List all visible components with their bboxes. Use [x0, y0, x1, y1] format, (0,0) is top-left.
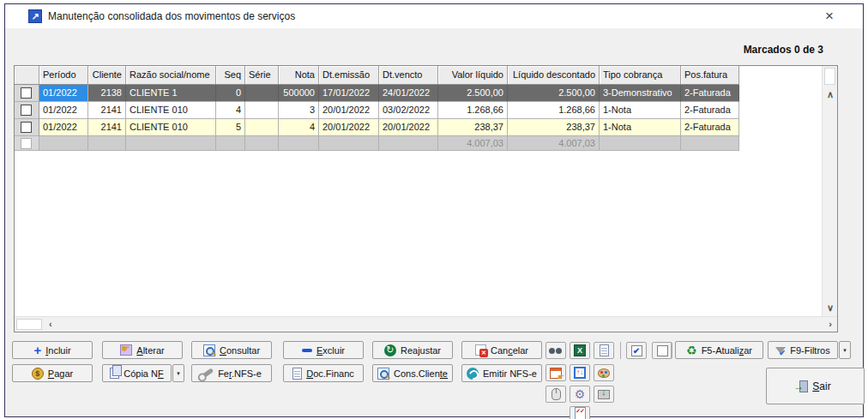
alterar-button[interactable]: ☛ Alterar: [102, 341, 183, 359]
scroll-up-icon[interactable]: ∧: [827, 90, 834, 99]
cell-serie[interactable]: [245, 85, 279, 102]
cell-pos-fatura[interactable]: 2-Faturada: [681, 119, 739, 136]
cell-seq[interactable]: 4: [216, 102, 245, 119]
cell-liquido-descontado[interactable]: 1.268,66: [508, 102, 600, 119]
horizontal-scrollbar-thumb[interactable]: [16, 319, 42, 330]
calendar-button[interactable]: ☛: [546, 364, 566, 381]
f9-filtros-button[interactable]: ✔ F9-Filtros: [768, 341, 838, 359]
row-select-cell[interactable]: [15, 85, 39, 102]
scroll-right-icon[interactable]: ›: [829, 320, 832, 329]
emitir-nfse-button[interactable]: Emitir NFS-e: [461, 364, 542, 382]
excel-icon: X: [574, 344, 586, 356]
cell-dt-vencto[interactable]: 24/01/2022: [379, 85, 438, 102]
cell-seq[interactable]: 5: [216, 119, 245, 136]
row-checkbox[interactable]: [21, 87, 32, 99]
cancelar-button[interactable]: ✕ Cancelar: [461, 341, 542, 359]
cell-cliente[interactable]: 2141: [88, 102, 126, 119]
cell-periodo[interactable]: 01/2022: [39, 119, 88, 136]
cell-valor-liquido[interactable]: 238,37: [438, 119, 508, 136]
total-liquido-descontado: 4.007,03: [508, 136, 600, 151]
sair-button[interactable]: → Sair: [766, 368, 865, 404]
cell-dt-emissao[interactable]: 20/01/2022: [319, 119, 379, 136]
pagar-button[interactable]: $ Pagar: [12, 364, 93, 382]
sort-button[interactable]: ↑↓: [570, 364, 590, 381]
horizontal-scrollbar[interactable]: ‹ ›: [15, 316, 837, 332]
cell-serie[interactable]: [245, 119, 279, 136]
cell-razao[interactable]: CLIENTE 010: [126, 102, 216, 119]
scroll-down-icon[interactable]: ∨: [827, 303, 834, 313]
marcados-counter: Marcados 0 de 3: [744, 44, 823, 56]
settings-button[interactable]: ⚙: [570, 386, 590, 403]
cell-dt-emissao[interactable]: 20/01/2022: [319, 102, 379, 119]
palette-button[interactable]: [594, 364, 614, 381]
checklist-button[interactable]: ✓✓: [570, 406, 590, 419]
header-cell-serie[interactable]: Série: [245, 66, 279, 85]
cell-nota[interactable]: 4: [279, 119, 319, 136]
cell-nota[interactable]: 500000: [279, 85, 319, 102]
table-row[interactable]: 01/2022 2141 CLIENTE 010 5 4 20/01/2022 …: [15, 119, 822, 136]
header-cell-dt-vencto[interactable]: Dt.vencto: [379, 66, 438, 85]
consultar-button[interactable]: Consultar: [191, 341, 272, 359]
copia-nf-button[interactable]: Cópia NF: [102, 364, 172, 382]
report-button[interactable]: [594, 342, 614, 359]
cell-tipo-cobranca[interactable]: 3-Demonstrativo: [600, 85, 681, 102]
header-cell-pos-fatura[interactable]: Pos.fatura: [681, 66, 739, 85]
cell-cliente[interactable]: 2141: [88, 119, 126, 136]
header-cell-seq[interactable]: Seq: [216, 66, 245, 85]
vertical-scrollbar[interactable]: ∧ ∨: [822, 66, 837, 316]
row-checkbox[interactable]: [21, 105, 32, 116]
header-cell-nota[interactable]: Nota: [279, 66, 319, 85]
binoculars-button[interactable]: [546, 342, 566, 359]
cell-razao[interactable]: CLIENTE 1: [126, 85, 216, 102]
uncheck-all-button[interactable]: [652, 342, 672, 359]
cell-liquido-descontado[interactable]: 2.500,00: [508, 85, 600, 102]
header-cell-cliente[interactable]: Cliente: [88, 66, 126, 85]
cell-serie[interactable]: [245, 102, 279, 119]
excluir-button[interactable]: Excluir: [283, 341, 364, 359]
cell-pos-fatura[interactable]: 2-Faturada: [681, 85, 739, 102]
cell-tipo-cobranca[interactable]: 1-Nota: [600, 102, 681, 119]
header-cell-valor-liquido[interactable]: Valor líquido: [438, 66, 508, 85]
mouse-button[interactable]: [546, 386, 566, 403]
cell-dt-emissao[interactable]: 17/01/2022: [319, 85, 379, 102]
row-select-cell[interactable]: [15, 119, 39, 136]
cell-dt-vencto[interactable]: 20/01/2022: [379, 119, 438, 136]
header-cell-liquido-descontado[interactable]: Líquido descontado: [508, 66, 600, 85]
cell-tipo-cobranca[interactable]: 1-Nota: [600, 119, 681, 136]
cell-nota[interactable]: 3: [279, 102, 319, 119]
cell-periodo[interactable]: 01/2022: [39, 102, 88, 119]
row-select-cell[interactable]: [15, 102, 39, 119]
scroll-left-icon[interactable]: ‹: [49, 320, 52, 329]
vertical-scrollbar-thumb[interactable]: [824, 68, 835, 85]
header-cell-dt-emissao[interactable]: Dt.emissão: [319, 66, 379, 85]
f5-atualizar-button[interactable]: ♻ F5-Atualizar: [675, 341, 763, 359]
cons-cliente-button[interactable]: Cons.Cliente: [372, 364, 453, 382]
cell-valor-liquido[interactable]: 2.500,00: [438, 85, 508, 102]
header-cell-razao[interactable]: Razão social/nome: [126, 66, 216, 85]
cell-dt-vencto[interactable]: 03/02/2022: [379, 102, 438, 119]
f9-filtros-dropdown-button[interactable]: ▼: [839, 341, 851, 359]
cell-periodo[interactable]: 01/2022: [39, 85, 88, 102]
fer-nfse-button[interactable]: Fer.NFS-e: [191, 364, 272, 382]
header-cell-periodo[interactable]: Período: [39, 66, 88, 85]
reajustar-button[interactable]: ↻ Reajustar: [372, 341, 453, 359]
cell-pos-fatura[interactable]: 2-Faturada: [681, 102, 739, 119]
cell-razao[interactable]: CLIENTE 010: [126, 119, 216, 136]
incluir-button[interactable]: + Incluir: [12, 341, 93, 359]
export-excel-button[interactable]: X: [570, 342, 590, 359]
table-row[interactable]: 01/2022 2141 CLIENTE 010 4 3 20/01/2022 …: [15, 102, 822, 119]
close-icon[interactable]: ×: [822, 8, 837, 25]
cell-seq[interactable]: 0: [216, 85, 245, 102]
cell-liquido-descontado[interactable]: 238,37: [508, 119, 600, 136]
cell-cliente[interactable]: 2138: [88, 85, 126, 102]
header-cell-select[interactable]: [15, 66, 39, 85]
row-select-cell: [15, 136, 39, 151]
cell-valor-liquido[interactable]: 1.268,66: [438, 102, 508, 119]
check-all-button[interactable]: ✔: [626, 342, 647, 359]
import-button[interactable]: ↓: [594, 386, 614, 403]
header-cell-tipo-cobranca[interactable]: Tipo cobrança: [600, 66, 681, 85]
row-checkbox[interactable]: [21, 122, 32, 133]
table-row[interactable]: 01/2022 2138 CLIENTE 1 0 500000 17/01/20…: [15, 85, 822, 102]
doc-financ-button[interactable]: Doc.Financ: [283, 364, 364, 382]
copia-nf-dropdown-button[interactable]: ▼: [172, 364, 184, 382]
